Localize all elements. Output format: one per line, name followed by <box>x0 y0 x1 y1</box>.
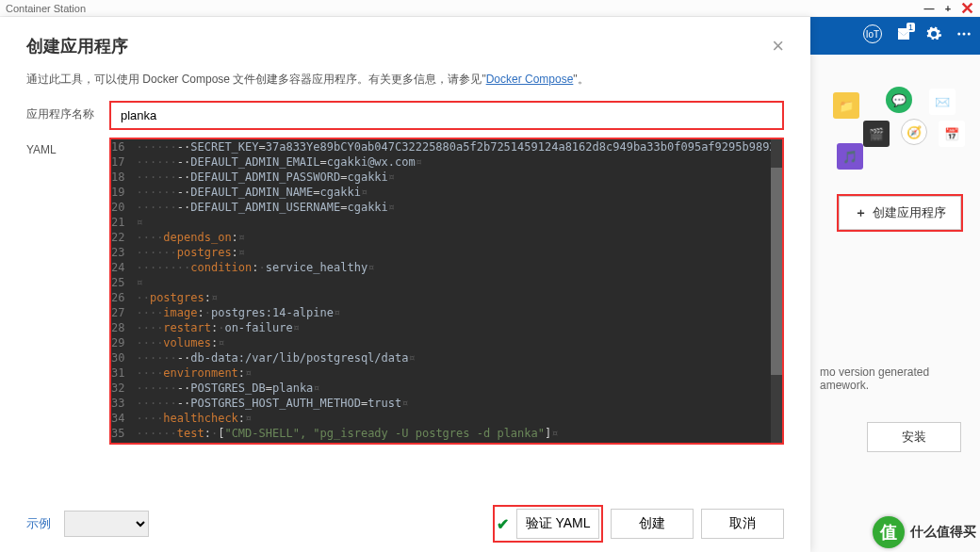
editor-scrollbar-thumb[interactable] <box>771 168 782 375</box>
maximize-icon[interactable]: + <box>940 1 956 16</box>
minimize-icon[interactable]: — <box>922 1 937 16</box>
svg-point-1 <box>963 33 966 36</box>
app-name-input[interactable] <box>109 101 784 130</box>
editor-line[interactable]: 24········condition:·service_healthy¤ <box>111 260 782 275</box>
watermark-text: 什么值得买 <box>910 524 976 541</box>
editor-line[interactable]: 35······test:·["CMD-SHELL", "pg_isready … <box>111 426 782 441</box>
editor-line[interactable]: 17······-·DEFAULT_ADMIN_EMAIL=cgakki@wx.… <box>111 154 782 170</box>
svg-point-2 <box>968 33 971 36</box>
window-title: Container Station <box>6 3 86 14</box>
safari-icon[interactable]: 🧭 <box>901 119 927 145</box>
editor-line[interactable]: 25¤ <box>111 275 782 290</box>
watermark-icon: 值 <box>873 516 905 548</box>
gmail-icon[interactable]: ✉️ <box>929 89 956 115</box>
editor-line[interactable]: 36······interval:·10s¤ <box>111 441 782 443</box>
demo-version-text: mo version generated amework. <box>820 365 961 392</box>
editor-line[interactable]: 30······-·db-data:/var/lib/postgresql/da… <box>111 350 782 365</box>
docker-compose-link[interactable]: Docker Compose <box>486 73 574 86</box>
modal-close-icon[interactable]: × <box>772 34 784 58</box>
cancel-button[interactable]: 取消 <box>701 509 784 539</box>
menu-icon[interactable] <box>956 25 972 42</box>
folder-icon[interactable]: 📁 <box>833 92 859 119</box>
modal-description: 通过此工具，可以使用 Docker Compose 文件创建多容器应用程序。有关… <box>26 72 784 88</box>
calendar-icon[interactable]: 📅 <box>939 121 965 147</box>
editor-line[interactable]: 23······postgres:¤ <box>111 245 782 260</box>
plus-icon: ＋ <box>855 204 867 221</box>
create-app-label: 创建应用程序 <box>873 204 946 221</box>
example-link[interactable]: 示例 <box>26 515 51 532</box>
editor-line[interactable]: 20······-·DEFAULT_ADMIN_USERNAME=cgakki¤ <box>111 200 782 215</box>
music-icon[interactable]: 🎵 <box>837 143 863 170</box>
iot-icon[interactable]: IoT <box>863 24 882 43</box>
editor-line[interactable]: 33······-·POSTGRES_HOST_AUTH_METHOD=trus… <box>111 396 782 411</box>
close-icon[interactable]: ✕ <box>959 1 974 16</box>
editor-line[interactable]: 32······-·POSTGRES_DB=planka¤ <box>111 381 782 396</box>
create-app-modal: 创建应用程序 × 通过此工具，可以使用 Docker Compose 文件创建多… <box>0 17 810 552</box>
app-name-label: 应用程序名称 <box>26 101 109 122</box>
window-titlebar: Container Station — + ✕ <box>0 0 980 17</box>
editor-line[interactable]: 29····volumes:¤ <box>111 335 782 350</box>
modal-footer: 示例 ✔ 验证 YAML 创建 取消 <box>0 495 810 552</box>
example-select[interactable] <box>64 511 149 537</box>
video-icon[interactable]: 🎬 <box>863 121 890 147</box>
yaml-label: YAML <box>26 138 109 492</box>
editor-line[interactable]: 19······-·DEFAULT_ADMIN_NAME=cgakki¤ <box>111 185 782 200</box>
editor-line[interactable]: 27····image:·postgres:14-alpine¤ <box>111 305 782 320</box>
check-icon: ✔ <box>497 515 509 533</box>
editor-line[interactable]: 18······-·DEFAULT_ADMIN_PASSWORD=cgakki¤ <box>111 170 782 185</box>
editor-line[interactable]: 28····restart:·on-failure¤ <box>111 320 782 335</box>
install-button[interactable]: 安装 <box>867 422 961 452</box>
editor-line[interactable]: 16······-·SECRET_KEY=37a833Ye89bCY0ab047… <box>111 139 782 154</box>
create-app-button-bg[interactable]: ＋ 创建应用程序 <box>839 196 961 230</box>
create-button[interactable]: 创建 <box>611 509 694 539</box>
editor-line[interactable]: 31····environment:¤ <box>111 365 782 381</box>
validate-yaml-button[interactable]: 验证 YAML <box>516 509 599 539</box>
editor-line[interactable]: 34····healthcheck:¤ <box>111 411 782 426</box>
chat-icon[interactable]: 💬 <box>886 87 912 113</box>
svg-point-0 <box>957 33 960 36</box>
editor-line[interactable]: 22····depends_on:¤ <box>111 230 782 245</box>
gear-icon[interactable] <box>925 25 942 42</box>
validate-group: ✔ 验证 YAML <box>493 505 603 543</box>
inbox-icon[interactable]: 1 <box>895 25 912 42</box>
inbox-badge: 1 <box>906 23 915 32</box>
editor-line[interactable]: 21¤ <box>111 215 782 230</box>
yaml-editor[interactable]: 16······-·SECRET_KEY=37a833Ye89bCY0ab047… <box>111 139 782 443</box>
modal-title: 创建应用程序 <box>26 35 772 57</box>
editor-line[interactable]: 26··postgres:¤ <box>111 290 782 305</box>
app-grid: 📁 💬 ✉️ 🎬 🧭 📅 🎵 <box>827 92 969 168</box>
watermark: 值 什么值得买 <box>873 516 976 548</box>
